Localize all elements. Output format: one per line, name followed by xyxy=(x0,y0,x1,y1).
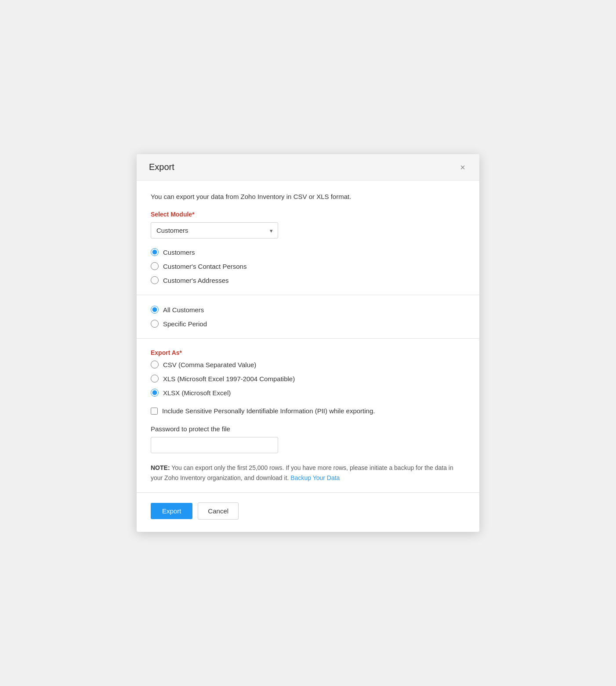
divider-2 xyxy=(137,338,479,339)
radio-all-customers-input[interactable] xyxy=(151,306,159,314)
radio-specific-period-input[interactable] xyxy=(151,320,159,328)
radio-xlsx-label: XLSX (Microsoft Excel) xyxy=(163,389,231,397)
radio-specific-period-label: Specific Period xyxy=(163,320,207,328)
radio-specific-period[interactable]: Specific Period xyxy=(151,320,465,328)
export-as-label: Export As* xyxy=(151,349,465,356)
pii-checkbox[interactable] xyxy=(151,408,158,415)
modal-title: Export xyxy=(149,162,174,172)
modal-body: You can export your data from Zoho Inven… xyxy=(137,181,479,483)
radio-csv-input[interactable] xyxy=(151,361,159,368)
period-radio-group: All Customers Specific Period xyxy=(151,306,465,328)
export-format-radio-group: CSV (Comma Separated Value) XLS (Microso… xyxy=(151,361,465,397)
note-prefix: NOTE: xyxy=(151,464,170,471)
radio-all-customers[interactable]: All Customers xyxy=(151,306,465,314)
radio-customers-label: Customers xyxy=(163,249,195,256)
module-radio-group: Customers Customer's Contact Persons Cus… xyxy=(151,248,465,284)
module-select-wrapper: Customers Vendors Items Sales Orders ▾ xyxy=(151,222,278,238)
pii-checkbox-label[interactable]: Include Sensitive Personally Identifiabl… xyxy=(151,407,465,415)
modal-header: Export × xyxy=(137,154,479,181)
module-select[interactable]: Customers Vendors Items Sales Orders xyxy=(151,222,278,238)
radio-addresses-input[interactable] xyxy=(151,276,159,284)
radio-xlsx-input[interactable] xyxy=(151,389,159,397)
radio-addresses-label: Customer's Addresses xyxy=(163,277,229,284)
export-button[interactable]: Export xyxy=(151,503,192,519)
password-input[interactable] xyxy=(151,437,278,453)
backup-link[interactable]: Backup Your Data xyxy=(290,474,340,481)
radio-csv-label: CSV (Comma Separated Value) xyxy=(163,361,256,368)
close-button[interactable]: × xyxy=(458,163,467,172)
radio-csv[interactable]: CSV (Comma Separated Value) xyxy=(151,361,465,368)
note-section: NOTE: You can export only the first 25,0… xyxy=(151,463,465,483)
modal-footer: Export Cancel xyxy=(137,492,479,532)
radio-xlsx[interactable]: XLSX (Microsoft Excel) xyxy=(151,389,465,397)
pii-label: Include Sensitive Personally Identifiabl… xyxy=(162,407,375,415)
radio-xls-input[interactable] xyxy=(151,375,159,383)
divider-1 xyxy=(137,295,479,295)
radio-addresses[interactable]: Customer's Addresses xyxy=(151,276,465,284)
radio-all-customers-label: All Customers xyxy=(163,306,204,314)
intro-text: You can export your data from Zoho Inven… xyxy=(151,193,465,200)
radio-customers-input[interactable] xyxy=(151,248,159,256)
cancel-button[interactable]: Cancel xyxy=(198,502,239,520)
select-module-label: Select Module* xyxy=(151,211,465,218)
export-modal: Export × You can export your data from Z… xyxy=(137,154,479,532)
radio-contact-persons[interactable]: Customer's Contact Persons xyxy=(151,262,465,270)
radio-xls[interactable]: XLS (Microsoft Excel 1997-2004 Compatibl… xyxy=(151,375,465,383)
radio-customers[interactable]: Customers xyxy=(151,248,465,256)
radio-contact-persons-label: Customer's Contact Persons xyxy=(163,263,246,270)
radio-xls-label: XLS (Microsoft Excel 1997-2004 Compatibl… xyxy=(163,375,295,383)
radio-contact-persons-input[interactable] xyxy=(151,262,159,270)
password-label: Password to protect the file xyxy=(151,425,465,433)
